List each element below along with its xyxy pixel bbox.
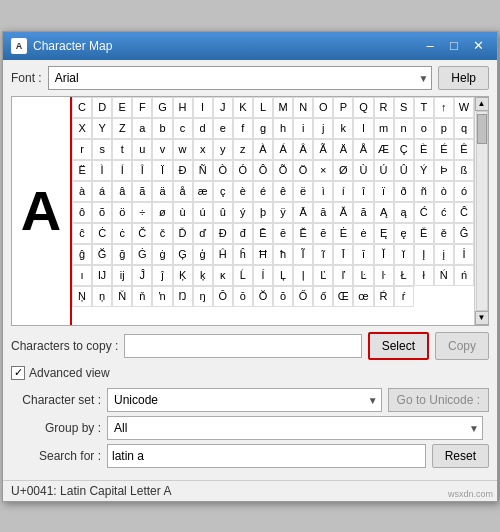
char-cell[interactable]: P: [333, 97, 353, 118]
char-cell[interactable]: i: [293, 118, 313, 139]
char-cell[interactable]: x: [193, 139, 213, 160]
char-cell[interactable]: â: [112, 181, 132, 202]
char-cell[interactable]: C: [72, 97, 92, 118]
char-cell[interactable]: a: [132, 118, 152, 139]
char-cell[interactable]: z: [233, 139, 253, 160]
char-cell[interactable]: Ô: [253, 160, 273, 181]
char-cell[interactable]: Ó: [233, 160, 253, 181]
char-cell[interactable]: Á: [273, 139, 293, 160]
go-to-unicode-button[interactable]: Go to Unicode :: [388, 388, 489, 412]
char-cell[interactable]: ÿ: [273, 202, 293, 223]
char-cell[interactable]: Ĺ: [233, 265, 253, 286]
char-cell[interactable]: Ę: [374, 223, 394, 244]
char-cell[interactable]: ġ: [152, 244, 172, 265]
char-cell[interactable]: k: [333, 118, 353, 139]
char-cell[interactable]: Ğ: [92, 244, 112, 265]
char-cell[interactable]: Í: [112, 160, 132, 181]
char-cell[interactable]: ę: [394, 223, 414, 244]
char-cell[interactable]: ĕ: [313, 223, 333, 244]
char-cell[interactable]: Ä: [333, 139, 353, 160]
char-cell[interactable]: Ê: [454, 139, 474, 160]
char-cell[interactable]: í: [333, 181, 353, 202]
char-cell[interactable]: N: [293, 97, 313, 118]
char-cell[interactable]: e: [213, 118, 233, 139]
char-cell[interactable]: î: [353, 181, 373, 202]
char-cell[interactable]: ð: [394, 181, 414, 202]
char-cell[interactable]: ĸ: [213, 265, 233, 286]
char-cell[interactable]: È: [414, 139, 434, 160]
char-cell[interactable]: ù: [173, 202, 193, 223]
char-cell[interactable]: Y: [92, 118, 112, 139]
char-cell[interactable]: Ē: [253, 223, 273, 244]
char-cell[interactable]: À: [253, 139, 273, 160]
search-input[interactable]: [107, 444, 426, 468]
char-cell[interactable]: ő: [313, 286, 333, 307]
char-cell[interactable]: o: [414, 118, 434, 139]
char-cell[interactable]: ą: [394, 202, 414, 223]
char-cell[interactable]: Ã: [313, 139, 333, 160]
char-cell[interactable]: n: [394, 118, 414, 139]
char-cell[interactable]: č: [152, 223, 172, 244]
char-cell[interactable]: y: [213, 139, 233, 160]
char-cell[interactable]: ħ: [273, 244, 293, 265]
char-cell[interactable]: ō: [233, 286, 253, 307]
char-cell[interactable]: ŕ: [394, 286, 414, 307]
char-cell[interactable]: Ŏ: [253, 286, 273, 307]
char-cell[interactable]: I: [193, 97, 213, 118]
char-cell[interactable]: ĉ: [72, 223, 92, 244]
char-cell[interactable]: Ĉ: [454, 202, 474, 223]
char-cell[interactable]: Ç: [394, 139, 414, 160]
char-cell[interactable]: ĥ: [233, 244, 253, 265]
char-cell[interactable]: Ŕ: [374, 286, 394, 307]
char-cell[interactable]: Ņ: [72, 286, 92, 307]
char-cell[interactable]: Ķ: [173, 265, 193, 286]
char-cell[interactable]: b: [152, 118, 172, 139]
char-cell[interactable]: r: [72, 139, 92, 160]
char-cell[interactable]: ā: [313, 202, 333, 223]
char-cell[interactable]: Ĩ: [293, 244, 313, 265]
char-cell[interactable]: Į: [414, 244, 434, 265]
char-cell[interactable]: ĳ: [112, 265, 132, 286]
char-cell[interactable]: ø: [152, 202, 172, 223]
char-cell[interactable]: ý: [233, 202, 253, 223]
char-cell[interactable]: w: [173, 139, 193, 160]
char-cell[interactable]: Ì: [92, 160, 112, 181]
char-cell[interactable]: ļ: [293, 265, 313, 286]
char-cell[interactable]: d: [193, 118, 213, 139]
char-cell[interactable]: Z: [112, 118, 132, 139]
char-cell[interactable]: è: [233, 181, 253, 202]
char-cell[interactable]: Ā: [293, 202, 313, 223]
char-cell[interactable]: W: [454, 97, 474, 118]
select-button[interactable]: Select: [368, 332, 429, 360]
char-cell[interactable]: ĺ: [253, 265, 273, 286]
char-cell[interactable]: ô: [72, 202, 92, 223]
char-cell[interactable]: ç: [213, 181, 233, 202]
char-cell[interactable]: Ň: [112, 286, 132, 307]
char-cell[interactable]: é: [253, 181, 273, 202]
char-cell[interactable]: R: [374, 97, 394, 118]
char-cell[interactable]: á: [92, 181, 112, 202]
char-cell[interactable]: Ą: [374, 202, 394, 223]
scroll-up-button[interactable]: ▲: [475, 97, 489, 111]
char-cell[interactable]: G: [152, 97, 172, 118]
char-cell[interactable]: Ò: [213, 160, 233, 181]
char-cell[interactable]: Ě: [414, 223, 434, 244]
char-cell[interactable]: Ĝ: [454, 223, 474, 244]
char-cell[interactable]: Đ: [213, 223, 233, 244]
scroll-track[interactable]: [476, 111, 488, 311]
char-cell[interactable]: v: [152, 139, 172, 160]
char-cell[interactable]: į: [434, 244, 454, 265]
char-cell[interactable]: ķ: [193, 265, 213, 286]
char-cell[interactable]: æ: [193, 181, 213, 202]
char-cell[interactable]: H: [173, 97, 193, 118]
char-cell[interactable]: Ć: [414, 202, 434, 223]
char-cell[interactable]: İ: [454, 244, 474, 265]
char-cell[interactable]: ľ: [333, 265, 353, 286]
char-cell[interactable]: Ľ: [313, 265, 333, 286]
char-cell[interactable]: Ď: [173, 223, 193, 244]
char-cell[interactable]: ↑: [434, 97, 454, 118]
char-cell[interactable]: ŉ: [152, 286, 172, 307]
char-cell[interactable]: c: [173, 118, 193, 139]
char-cell[interactable]: X: [72, 118, 92, 139]
char-cell[interactable]: Ħ: [253, 244, 273, 265]
